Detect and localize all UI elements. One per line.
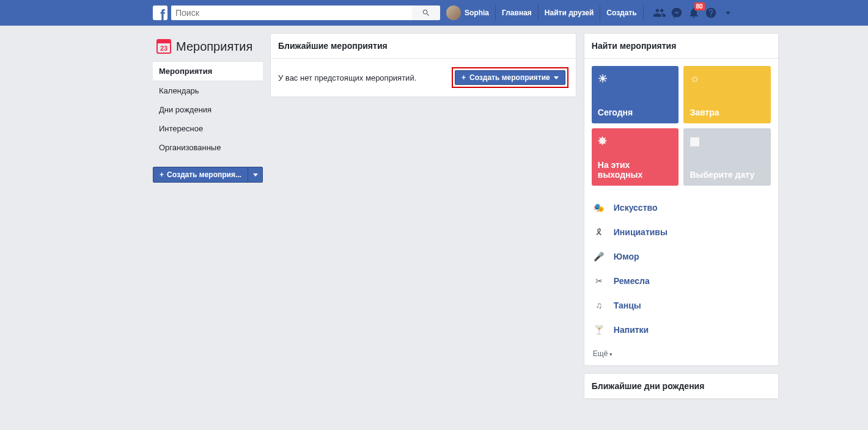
notifications-icon[interactable]: 80 <box>685 4 702 21</box>
category-comedy[interactable]: 🎤Юмор <box>592 244 771 269</box>
upcoming-events-card: Ближайшие мероприятия У вас нет предстоя… <box>270 33 576 97</box>
find-events-header: Найти мероприятия <box>584 34 778 59</box>
friend-requests-icon[interactable] <box>651 4 668 21</box>
music-icon: ♫ <box>593 301 605 310</box>
side-menu: Мероприятия Календарь Дни рождения Интер… <box>153 61 263 157</box>
search-button[interactable] <box>412 5 440 20</box>
mic-icon: 🎤 <box>593 252 605 261</box>
plus-icon <box>160 170 164 179</box>
create-event-button[interactable]: Создать мероприя... <box>153 167 263 183</box>
calendar-icon: ▦ <box>690 134 765 148</box>
more-categories[interactable]: Ещё <box>584 348 778 365</box>
side-menu-events[interactable]: Мероприятия <box>153 61 263 81</box>
calendar-icon: 23 <box>156 39 171 54</box>
profile-link[interactable]: Sophia <box>446 5 495 20</box>
category-art[interactable]: 🎭Искусство <box>592 195 771 220</box>
find-events-card: Найти мероприятия ☀ Сегодня ☼ Завтра ✸ Н… <box>584 33 779 366</box>
side-menu-birthdays[interactable]: Дни рождения <box>153 100 263 119</box>
art-icon: 🎭 <box>593 203 605 213</box>
tile-weekend[interactable]: ✸ На этих выходных <box>592 128 679 186</box>
side-menu-discover[interactable]: Интересное <box>153 119 263 138</box>
profile-name: Sophia <box>465 9 489 17</box>
side-menu-hosting[interactable]: Организованные <box>153 138 263 157</box>
help-icon[interactable] <box>702 4 719 21</box>
chevron-down-icon <box>554 76 559 79</box>
side-menu-calendar[interactable]: Календарь <box>153 81 263 100</box>
upcoming-birthdays-card: Ближайшие дни рождения <box>584 373 779 399</box>
category-list: 🎭Искусство 🎗Инициативы 🎤Юмор ✂Ремесла ♫Т… <box>584 193 778 348</box>
messenger-icon[interactable] <box>668 4 685 21</box>
search-icon <box>422 9 430 17</box>
cocktail-icon: 🍸 <box>593 325 605 335</box>
plus-icon <box>462 73 466 82</box>
create-event-inline-button[interactable]: Создать мероприятие <box>455 70 565 85</box>
weather-icon: ☀ <box>598 72 673 86</box>
search-box <box>171 5 440 20</box>
nav-home[interactable]: Главная <box>495 5 538 21</box>
upcoming-birthdays-header: Ближайшие дни рождения <box>584 374 778 399</box>
facebook-logo[interactable] <box>153 5 167 20</box>
nav-create[interactable]: Создать <box>600 5 642 21</box>
category-causes[interactable]: 🎗Инициативы <box>592 220 771 244</box>
scissors-icon: ✂ <box>593 276 605 286</box>
tutorial-highlight: Создать мероприятие <box>452 67 568 88</box>
tile-pick-date[interactable]: ▦ Выберите дату <box>683 128 771 186</box>
page-title-text: Мероприятия <box>176 40 252 54</box>
account-menu-icon[interactable] <box>719 4 737 21</box>
category-drinks[interactable]: 🍸Напитки <box>592 318 771 342</box>
search-input[interactable] <box>171 5 412 20</box>
category-crafts[interactable]: ✂Ремесла <box>592 269 771 293</box>
top-bar: Sophia Главная Найти друзей Создать 80 <box>0 0 868 26</box>
create-event-dropdown[interactable] <box>248 167 262 182</box>
category-dance[interactable]: ♫Танцы <box>592 293 771 318</box>
tile-tomorrow[interactable]: ☼ Завтра <box>683 66 771 123</box>
no-events-message: У вас нет предстоящих мероприятий. <box>278 73 416 82</box>
ribbon-icon: 🎗 <box>593 227 605 237</box>
star-icon: ✸ <box>598 134 673 148</box>
avatar <box>446 5 461 20</box>
page-title: 23 Мероприятия <box>153 33 263 61</box>
weather-icon: ☼ <box>690 72 765 85</box>
nav-find-friends[interactable]: Найти друзей <box>538 5 600 21</box>
tile-today[interactable]: ☀ Сегодня <box>592 66 679 123</box>
upcoming-events-header: Ближайшие мероприятия <box>271 34 576 59</box>
